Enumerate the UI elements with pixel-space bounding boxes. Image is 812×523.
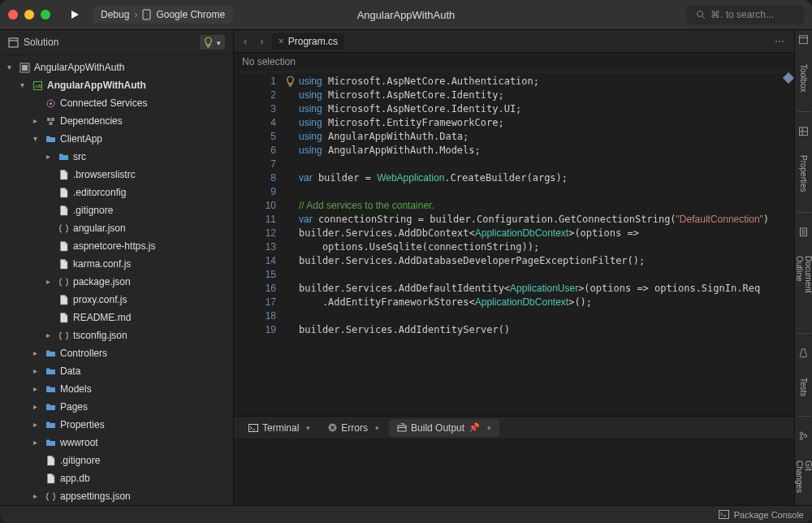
window-controls: [8, 10, 50, 19]
separator: [797, 416, 810, 417]
tree-item-label: karma.conf.js: [73, 257, 131, 271]
tree-item-label: .gitignore: [73, 203, 113, 218]
run-target-label: Google Chrome: [156, 9, 225, 20]
package-console-label[interactable]: Package Console: [734, 510, 804, 520]
properties-icon[interactable]: [798, 127, 809, 136]
svg-rect-11: [51, 118, 54, 121]
tree-item[interactable]: ·.browserslistrc: [0, 166, 233, 184]
solution-pad-icon: [8, 37, 19, 48]
breadcrumb-bar[interactable]: No selection: [234, 53, 794, 72]
svg-rect-33: [719, 511, 728, 519]
nav-back-button[interactable]: ‹: [239, 33, 252, 49]
git-changes-icon[interactable]: [798, 431, 809, 441]
tests-label[interactable]: Tests: [799, 373, 808, 401]
chevron-icon: ·: [42, 239, 54, 253]
chevron-icon: ·: [42, 310, 54, 325]
svg-point-31: [800, 437, 802, 439]
tree-item[interactable]: ·aspnetcore-https.js: [0, 237, 233, 255]
document-outline-label[interactable]: Document Outline: [795, 251, 813, 318]
tree-item[interactable]: ▸Controllers: [0, 344, 233, 362]
tree-item[interactable]: ·README.md: [0, 309, 233, 326]
lightbulb-button[interactable]: ▾: [200, 35, 225, 50]
browser-icon: [142, 9, 151, 20]
tree-item[interactable]: ▸Models: [0, 380, 233, 398]
chevron-icon: ·: [42, 185, 54, 200]
tree-item[interactable]: ·proxy.conf.js: [0, 291, 233, 309]
tree-item-label: README.md: [73, 310, 131, 325]
chevron-down-icon: ▾: [375, 424, 379, 432]
tree-item[interactable]: ·.gitignore: [0, 201, 233, 219]
code-editor[interactable]: 12345678910111213141516171819 using Micr…: [234, 72, 794, 416]
tree-item-label: ClientApp: [60, 132, 102, 146]
pin-icon[interactable]: 📌: [469, 422, 480, 433]
chevron-icon: ▸: [29, 417, 41, 432]
chevron-icon: ▸: [42, 274, 54, 289]
file-icon: [45, 455, 56, 466]
folder-icon: [45, 133, 56, 145]
svg-point-1: [698, 11, 703, 17]
tree-item[interactable]: ▾ClientApp: [0, 130, 233, 148]
git-changes-label[interactable]: Git Changes: [795, 456, 813, 505]
tree-item[interactable]: ▸tsconfig.json: [0, 326, 233, 344]
chevron-icon: ·: [42, 167, 54, 182]
code-content[interactable]: using Microsoft.AspNetCore.Authenticatio…: [299, 72, 794, 416]
window-title: AngularAppWithAuth: [357, 9, 456, 21]
chevron-icon: ·: [29, 453, 41, 468]
tree-item[interactable]: ▾AngularAppWithAuth: [0, 76, 233, 94]
tree-item[interactable]: ▾AngularAppWithAuth: [0, 58, 233, 76]
folder-icon: [45, 401, 56, 413]
file-icon: [58, 205, 69, 216]
svg-rect-3: [9, 38, 18, 47]
editor-tab-bar: ‹ › × Program.cs ⋯: [234, 30, 794, 53]
run-button[interactable]: [63, 6, 86, 23]
json-icon: [58, 330, 69, 341]
package-console-icon[interactable]: [719, 510, 729, 519]
global-search-input[interactable]: ⌘. to search...: [686, 5, 804, 24]
tree-item[interactable]: ▸wwwroot: [0, 434, 233, 452]
build-output-tab[interactable]: Build Output 📌 ▾: [389, 419, 499, 437]
toolbox-icon[interactable]: [798, 35, 809, 45]
tree-item[interactable]: ▸Properties: [0, 416, 233, 434]
minimize-window-button[interactable]: [24, 10, 34, 19]
tests-icon[interactable]: [798, 348, 809, 358]
file-icon: [58, 258, 69, 270]
document-outline-icon[interactable]: [798, 227, 809, 237]
chevron-icon: ▸: [29, 400, 41, 414]
tree-item[interactable]: ·angular.json: [0, 219, 233, 237]
tree-item[interactable]: ·app.db: [0, 469, 233, 487]
maximize-window-button[interactable]: [41, 10, 50, 19]
tree-item-label: Dependencies: [60, 114, 123, 128]
editor-tab[interactable]: × Program.cs: [272, 33, 344, 50]
tree-item-label: Controllers: [60, 346, 107, 361]
toolbox-label[interactable]: Toolbox: [799, 59, 808, 97]
bottom-panel-body[interactable]: [234, 439, 794, 505]
tree-item[interactable]: ▸package.json: [0, 273, 233, 291]
nav-forward-button[interactable]: ›: [255, 33, 268, 49]
properties-label[interactable]: Properties: [799, 150, 808, 197]
terminal-tab[interactable]: Terminal ▾: [240, 419, 318, 437]
tree-item[interactable]: ·.editorconfig: [0, 184, 233, 201]
tree-item[interactable]: ·Connected Services: [0, 94, 233, 112]
tab-overflow-button[interactable]: ⋯: [770, 36, 789, 47]
tree-item[interactable]: ▸src: [0, 148, 233, 166]
tab-close-icon[interactable]: ×: [279, 36, 284, 47]
tree-item[interactable]: ▸Dependencies: [0, 112, 233, 130]
errors-tab[interactable]: Errors ▾: [320, 419, 387, 437]
tree-item-label: Properties: [60, 417, 105, 432]
tree-item[interactable]: ▸appsettings.json: [0, 487, 233, 505]
file-icon: [58, 294, 69, 305]
close-window-button[interactable]: [8, 10, 18, 19]
line-number-gutter: 12345678910111213141516171819: [234, 72, 281, 416]
tree-item[interactable]: ·karma.conf.js: [0, 255, 233, 273]
tree-item[interactable]: ▸Data: [0, 362, 233, 380]
svg-line-2: [702, 16, 705, 19]
folder-icon: [45, 383, 56, 395]
run-configuration-selector[interactable]: Debug › Google Chrome: [93, 6, 233, 24]
editor-area: ‹ › × Program.cs ⋯ No selection 12345678…: [234, 30, 794, 505]
svg-rect-10: [47, 118, 50, 121]
solution-tree[interactable]: ▾AngularAppWithAuth▾AngularAppWithAuth·C…: [0, 55, 233, 505]
deps-icon: [45, 115, 56, 127]
tree-item[interactable]: ▸Pages: [0, 398, 233, 416]
tree-item[interactable]: ·.gitignore: [0, 452, 233, 469]
tree-item-label: .editorconfig: [73, 185, 126, 200]
